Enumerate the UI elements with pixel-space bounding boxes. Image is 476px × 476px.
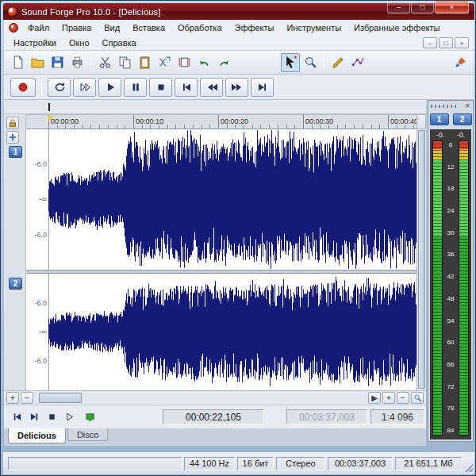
play-all-button[interactable]: [73, 78, 96, 97]
level-meters: 612182430364248546066727884: [432, 140, 469, 436]
meter-bar-left: [432, 140, 443, 436]
menu-item[interactable]: Эффекты: [228, 21, 281, 34]
meter-scale-label: 48: [447, 296, 455, 302]
menu-item[interactable]: Окно: [63, 36, 96, 49]
menu-item[interactable]: Инструменты: [281, 21, 348, 34]
playbar-go-to-end-button[interactable]: [26, 409, 43, 425]
zoom-tool-button[interactable]: [411, 392, 424, 404]
menu-item[interactable]: Настройки: [7, 36, 63, 49]
trim-icon[interactable]: [175, 53, 194, 72]
maximize-button[interactable]: □: [411, 1, 434, 13]
play-button[interactable]: [98, 78, 121, 97]
time-ruler[interactable]: 00:00:0000:00:1000:00:2000:00:3000:00:40: [26, 114, 416, 129]
playbar-play-button[interactable]: [61, 409, 78, 425]
meter-scale-label: 66: [447, 362, 455, 368]
meters-panel-header[interactable]: ×: [428, 101, 473, 111]
horizontal-scroll-thumb[interactable]: [39, 393, 82, 403]
menu-item[interactable]: Вставка: [126, 21, 171, 34]
tab-disco[interactable]: Disco: [67, 428, 109, 441]
menu-bar-row1: ФайлПравкаВидВставкаОбработкаЭффектыИнст…: [4, 20, 474, 36]
meter-scale-label: 12: [447, 164, 455, 171]
close-button[interactable]: ×: [435, 1, 469, 13]
channel-2-button[interactable]: 2: [9, 278, 22, 290]
child-window-icon[interactable]: [9, 23, 18, 33]
meter-channel-buttons: 1 2: [428, 111, 473, 128]
menu-item[interactable]: Правка: [56, 21, 98, 34]
mix-icon[interactable]: [155, 53, 174, 72]
db-label: -6.0: [26, 160, 47, 168]
playbar-stop-button[interactable]: [44, 409, 60, 425]
panel-grip-icon[interactable]: [431, 105, 456, 108]
status-sample-rate: 44 100 Hz: [184, 457, 235, 470]
loop-playback-button[interactable]: [48, 78, 71, 97]
meter-scale-label: 84: [447, 428, 455, 434]
stop-button[interactable]: [149, 78, 172, 97]
monitor-icon[interactable]: [82, 409, 98, 425]
undo-icon[interactable]: [194, 53, 213, 72]
panel-close-icon[interactable]: ×: [464, 102, 470, 110]
cut-icon[interactable]: [95, 53, 114, 72]
waveform-channel-2[interactable]: [48, 274, 416, 390]
pencil-tool-icon[interactable]: [328, 53, 347, 72]
child-window-controls: – □ ×: [423, 37, 470, 48]
magnify-tool-icon[interactable]: [301, 53, 320, 72]
vertical-scroll-top-button[interactable]: [416, 114, 426, 129]
playbar-go-to-start-button[interactable]: [9, 409, 25, 425]
zoom-in-button[interactable]: +: [382, 392, 395, 404]
meter-scale-label: 30: [447, 230, 455, 236]
redo-icon[interactable]: [214, 53, 233, 72]
waveform-channel-1[interactable]: [48, 129, 416, 270]
tab-delicious[interactable]: Delicious: [8, 428, 66, 443]
envelope-tool-icon[interactable]: [348, 53, 367, 72]
meter-scale-label: 6: [449, 142, 452, 148]
child-minimize-button[interactable]: –: [423, 37, 437, 48]
child-restore-button[interactable]: □: [439, 37, 453, 48]
rewind-button[interactable]: [200, 78, 223, 97]
zoom-out-time-button[interactable]: −: [21, 392, 33, 404]
vertical-scrollbar[interactable]: [416, 129, 426, 390]
menu-item[interactable]: Файл: [21, 21, 56, 34]
new-file-icon[interactable]: [8, 53, 27, 72]
child-close-button[interactable]: ×: [455, 37, 469, 48]
snap-icon[interactable]: [6, 131, 19, 144]
paste-icon[interactable]: [135, 53, 154, 72]
menu-item[interactable]: Обработка: [171, 21, 228, 34]
menu-item[interactable]: Справка: [96, 36, 143, 49]
window-controls: – □ ×: [386, 1, 469, 13]
lock-icon[interactable]: [6, 117, 19, 129]
menu-item[interactable]: Избранные эффекты: [347, 21, 446, 34]
menu-item[interactable]: Вид: [98, 21, 126, 34]
status-channel-mode: Стерео: [276, 457, 325, 470]
position-display[interactable]: 00:00:22,105: [163, 409, 264, 424]
minimize-button[interactable]: –: [387, 1, 410, 13]
fast-forward-button[interactable]: [225, 78, 248, 97]
go-to-end-button[interactable]: [251, 78, 274, 97]
channel-1-button[interactable]: 1: [9, 146, 22, 158]
copy-icon[interactable]: [115, 53, 134, 72]
marker-bar[interactable]: [4, 100, 426, 114]
print-icon[interactable]: [67, 53, 86, 72]
length-display[interactable]: 00:03:37,003: [286, 409, 367, 424]
zoom-ratio-display[interactable]: 1:4 096: [370, 409, 424, 424]
edit-tool-icon[interactable]: [281, 53, 300, 72]
app-icon[interactable]: [7, 6, 17, 17]
scroll-right-button[interactable]: ▶: [368, 392, 381, 404]
status-bar: 44 100 Hz 16 бит Стерео 00:03:37,003 21 …: [3, 451, 474, 474]
zoom-in-time-button[interactable]: +: [6, 392, 19, 404]
meter-scale: 612182430364248546066727884: [443, 140, 459, 436]
vertical-scroll-thumb[interactable]: [418, 130, 425, 389]
meter-channel-1-button[interactable]: 1: [430, 113, 449, 125]
zoom-out-button[interactable]: −: [397, 392, 409, 404]
go-to-start-button[interactable]: [175, 78, 198, 97]
cursor-handle[interactable]: [48, 103, 50, 111]
playbar: 00:00:22,105 00:03:37,003 1:4 096: [4, 405, 426, 428]
pause-button[interactable]: [124, 78, 147, 97]
save-icon[interactable]: [48, 53, 67, 72]
effects-brush-icon[interactable]: [451, 53, 470, 72]
meter-peak-readouts: -0. -0.: [430, 129, 471, 140]
open-file-icon[interactable]: [28, 53, 47, 72]
status-free-space: 21 651,1 Мб: [395, 457, 462, 470]
meter-channel-2-button[interactable]: 2: [453, 113, 472, 125]
record-button[interactable]: [10, 78, 36, 97]
document-tabs: Delicious Disco: [4, 428, 426, 446]
